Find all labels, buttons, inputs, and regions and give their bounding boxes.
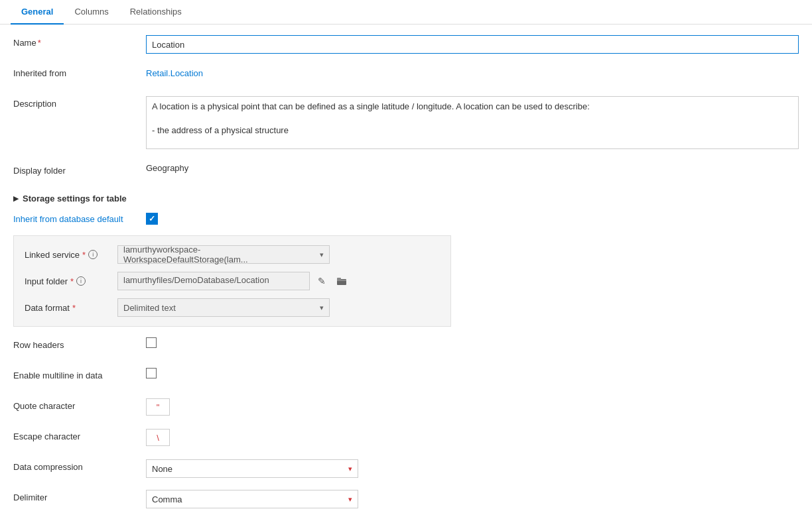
input-folder-label: Input folder * i	[25, 276, 117, 286]
storage-section-header: ▶ Storage settings for table	[13, 194, 799, 203]
enable-multiline-label: Enable multiline in data	[13, 368, 146, 380]
inherited-from-value: Retail.Location	[146, 66, 799, 78]
inherited-from-link[interactable]: Retail.Location	[146, 66, 203, 78]
data-compression-chevron-icon: ▾	[348, 465, 352, 473]
folder-input-row: lamurthyfiles/DemoDatabase/Location ✎	[117, 272, 440, 290]
data-compression-dropdown[interactable]: None ▾	[146, 459, 358, 478]
escape-character-value: \	[146, 429, 799, 446]
inherit-db-label: Inherit from database default	[13, 214, 146, 224]
storage-settings-box: Linked service * i lamurthyworkspace-Wor…	[13, 235, 451, 327]
linked-service-dropdown[interactable]: lamurthyworkspace-WorkspaceDefaultStorag…	[117, 245, 330, 264]
tab-relationships[interactable]: Relationships	[119, 0, 192, 25]
description-area: // Populate textarea (function(){ const …	[146, 96, 799, 151]
tab-columns[interactable]: Columns	[64, 0, 119, 25]
display-folder-row: Display folder Geography	[13, 163, 799, 182]
quote-character-value: "	[146, 398, 799, 416]
data-format-chevron-icon: ▾	[320, 304, 324, 312]
input-folder-row: Input folder * i lamurthyfiles/DemoDatab…	[25, 272, 440, 290]
section-triangle-icon: ▶	[13, 194, 19, 203]
escape-character-box[interactable]: \	[146, 429, 170, 446]
input-folder-info-icon[interactable]: i	[76, 276, 86, 286]
name-input[interactable]	[146, 35, 799, 54]
tabs-bar: General Columns Relationships	[0, 0, 812, 25]
enable-multiline-value	[146, 368, 799, 380]
enable-multiline-checkbox[interactable]	[146, 368, 157, 378]
data-format-dropdown[interactable]: Delimited text ▾	[117, 298, 330, 317]
input-folder-text: lamurthyfiles/DemoDatabase/Location	[117, 272, 310, 290]
escape-character-row: Escape character \	[13, 429, 799, 447]
input-folder-browse-button[interactable]	[334, 273, 350, 289]
linked-service-label: Linked service * i	[25, 250, 117, 260]
description-row: Description // Populate textarea (functi…	[13, 96, 799, 151]
name-value	[146, 35, 799, 54]
data-format-value: Delimited text ▾	[117, 298, 440, 317]
quote-character-label: Quote character	[13, 398, 146, 411]
svg-rect-0	[337, 279, 346, 285]
delimiter-dropdown[interactable]: Comma ▾	[146, 490, 358, 508]
data-compression-row: Data compression None ▾	[13, 459, 799, 478]
display-folder-value: Geography	[146, 163, 799, 173]
quote-character-box[interactable]: "	[146, 398, 170, 416]
inherit-db-checkbox[interactable]	[146, 213, 158, 225]
input-folder-value: lamurthyfiles/DemoDatabase/Location ✎	[117, 272, 440, 290]
delimiter-chevron-icon: ▾	[348, 495, 352, 504]
enable-multiline-row: Enable multiline in data	[13, 368, 799, 386]
tab-general[interactable]: General	[11, 0, 64, 25]
row-headers-label: Row headers	[13, 337, 146, 350]
main-content: Name* Inherited from Retail.Location Des…	[0, 25, 812, 517]
row-headers-row: Row headers	[13, 337, 799, 356]
linked-service-row: Linked service * i lamurthyworkspace-Wor…	[25, 245, 440, 264]
linked-service-value: lamurthyworkspace-WorkspaceDefaultStorag…	[117, 245, 440, 264]
linked-service-chevron-icon: ▾	[320, 251, 324, 259]
inherited-from-label: Inherited from	[13, 66, 146, 78]
name-row: Name*	[13, 35, 799, 54]
folder-icon	[336, 276, 347, 286]
data-compression-label: Data compression	[13, 459, 146, 472]
input-folder-edit-button[interactable]: ✎	[314, 273, 330, 289]
data-format-row: Data format * Delimited text ▾	[25, 298, 440, 317]
delimiter-label: Delimiter	[13, 490, 146, 502]
escape-character-label: Escape character	[13, 429, 146, 441]
display-folder-label: Display folder	[13, 163, 146, 176]
description-textarea[interactable]	[146, 96, 799, 149]
row-headers-value	[146, 337, 799, 350]
data-format-label: Data format *	[25, 303, 117, 313]
quote-character-row: Quote character "	[13, 398, 799, 417]
description-label: Description	[13, 96, 146, 109]
data-compression-value: None ▾	[146, 459, 799, 478]
inherit-db-row: Inherit from database default	[13, 213, 799, 225]
inherited-from-row: Inherited from Retail.Location	[13, 66, 799, 84]
linked-service-info-icon[interactable]: i	[88, 250, 98, 259]
delimiter-value: Comma ▾	[146, 490, 799, 508]
delimiter-row: Delimiter Comma ▾	[13, 490, 799, 508]
name-label: Name*	[13, 35, 146, 48]
svg-rect-1	[337, 278, 341, 280]
storage-section-title: Storage settings for table	[23, 194, 127, 203]
row-headers-checkbox[interactable]	[146, 337, 157, 348]
